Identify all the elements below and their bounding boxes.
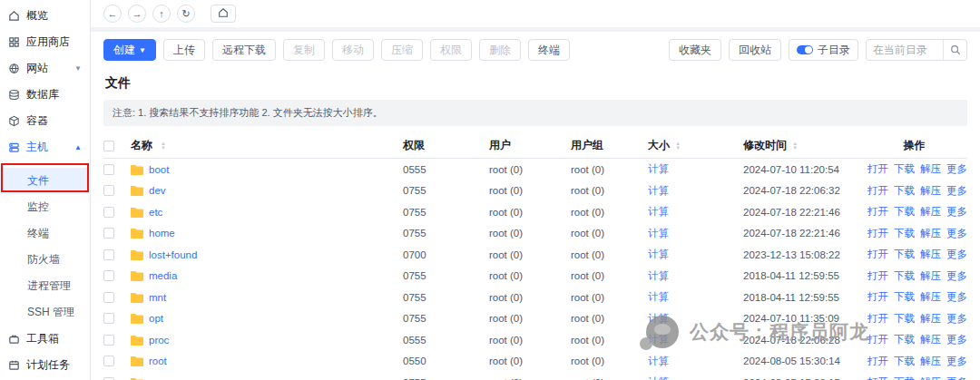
- file-name-link[interactable]: lost+found: [149, 249, 197, 260]
- calculate-size-link[interactable]: 计算: [648, 313, 669, 324]
- search-icon[interactable]: [943, 40, 966, 60]
- download-link[interactable]: 下载: [894, 227, 915, 240]
- more-link[interactable]: 更多: [946, 227, 967, 240]
- extract-link[interactable]: 解压: [920, 184, 941, 198]
- file-name-link[interactable]: home: [149, 228, 175, 239]
- file-name-link[interactable]: etc: [149, 207, 162, 218]
- extract-link[interactable]: 解压: [920, 312, 941, 326]
- sort-icon[interactable]: ▲▼: [675, 141, 681, 151]
- sidebar-item-appstore[interactable]: 应用商店: [0, 29, 90, 55]
- calculate-size-link[interactable]: 计算: [648, 376, 669, 380]
- download-link[interactable]: 下载: [894, 205, 915, 219]
- sidebar-item-host[interactable]: 主机 ▲: [0, 134, 90, 161]
- row-checkbox[interactable]: [103, 164, 114, 175]
- search-input[interactable]: [867, 44, 943, 56]
- sidebar-item-ssh[interactable]: SSH 管理: [0, 299, 90, 326]
- row-checkbox[interactable]: [103, 207, 114, 218]
- calculate-size-link[interactable]: 计算: [648, 334, 669, 345]
- open-link[interactable]: 打开: [867, 227, 888, 240]
- extract-link[interactable]: 解压: [920, 290, 941, 304]
- sidebar-item-monitor[interactable]: 监控: [0, 194, 90, 220]
- file-name-link[interactable]: boot: [149, 164, 169, 175]
- sort-icon[interactable]: ▲▼: [792, 141, 798, 151]
- sidebar-item-process[interactable]: 进程管理: [0, 273, 90, 299]
- calculate-size-link[interactable]: 计算: [648, 206, 669, 217]
- extract-link[interactable]: 解压: [920, 355, 941, 368]
- file-name-link[interactable]: mnt: [149, 292, 166, 303]
- calculate-size-link[interactable]: 计算: [648, 248, 669, 259]
- sidebar-item-website[interactable]: 网站 ▼: [0, 55, 90, 82]
- open-link[interactable]: 打开: [867, 269, 888, 283]
- calculate-size-link[interactable]: 计算: [648, 228, 669, 239]
- home-directory-button[interactable]: [211, 5, 236, 23]
- row-checkbox[interactable]: [103, 313, 114, 324]
- calculate-size-link[interactable]: 计算: [648, 291, 669, 302]
- calculate-size-link[interactable]: 计算: [648, 270, 669, 281]
- subdirectory-control[interactable]: 子目录: [789, 39, 858, 61]
- more-link[interactable]: 更多: [946, 290, 967, 304]
- download-link[interactable]: 下载: [894, 269, 915, 283]
- extract-link[interactable]: 解压: [920, 248, 941, 261]
- row-checkbox[interactable]: [103, 335, 114, 346]
- file-name-link[interactable]: media: [149, 270, 177, 281]
- extract-link[interactable]: 解压: [920, 205, 941, 219]
- download-link[interactable]: 下载: [894, 184, 915, 198]
- open-link[interactable]: 打开: [867, 205, 888, 219]
- back-button[interactable]: ←: [103, 5, 122, 23]
- extract-link[interactable]: 解压: [920, 375, 941, 380]
- calculate-size-link[interactable]: 计算: [648, 185, 669, 196]
- forward-button[interactable]: →: [128, 5, 146, 23]
- extract-link[interactable]: 解压: [920, 162, 941, 176]
- file-name-link[interactable]: proc: [149, 335, 169, 346]
- more-link[interactable]: 更多: [946, 205, 967, 219]
- favorites-button[interactable]: 收藏夹: [669, 39, 721, 61]
- recycle-bin-button[interactable]: 回收站: [729, 39, 781, 61]
- open-link[interactable]: 打开: [867, 312, 888, 326]
- more-link[interactable]: 更多: [946, 333, 967, 346]
- sidebar-item-container[interactable]: 容器: [0, 108, 90, 134]
- header-name[interactable]: 名称 ▲▼: [131, 138, 403, 153]
- open-link[interactable]: 打开: [867, 290, 888, 304]
- sidebar-item-toolbox[interactable]: 工具箱: [0, 326, 90, 352]
- download-link[interactable]: 下载: [894, 355, 915, 368]
- more-link[interactable]: 更多: [946, 355, 967, 368]
- refresh-button[interactable]: ↻: [177, 5, 195, 23]
- sidebar-item-files[interactable]: 文件: [0, 168, 90, 194]
- file-name-link[interactable]: dev: [149, 185, 166, 196]
- row-checkbox[interactable]: [103, 292, 114, 303]
- create-button[interactable]: 创建 ▼: [103, 39, 156, 61]
- move-button[interactable]: 移动: [332, 39, 374, 61]
- permission-button[interactable]: 权限: [430, 39, 472, 61]
- more-link[interactable]: 更多: [946, 312, 967, 326]
- copy-button[interactable]: 复制: [283, 39, 325, 61]
- open-link[interactable]: 打开: [867, 333, 888, 346]
- sidebar-item-terminal[interactable]: 终端: [0, 220, 90, 247]
- calculate-size-link[interactable]: 计算: [648, 163, 669, 174]
- header-modified[interactable]: 修改时间 ▲▼: [743, 138, 861, 153]
- sidebar-item-overview[interactable]: 概览: [0, 3, 90, 29]
- row-checkbox[interactable]: [103, 228, 114, 239]
- more-link[interactable]: 更多: [946, 269, 967, 283]
- file-name-link[interactable]: opt: [149, 313, 163, 324]
- open-link[interactable]: 打开: [867, 162, 888, 176]
- sidebar-item-database[interactable]: 数据库: [0, 82, 90, 108]
- subdirectory-toggle[interactable]: [797, 45, 813, 54]
- download-link[interactable]: 下载: [894, 333, 915, 346]
- more-link[interactable]: 更多: [946, 375, 967, 380]
- row-checkbox[interactable]: [103, 185, 114, 196]
- download-link[interactable]: 下载: [894, 375, 915, 380]
- select-all-checkbox[interactable]: [103, 141, 114, 151]
- calculate-size-link[interactable]: 计算: [648, 356, 669, 366]
- sidebar-item-cron[interactable]: 计划任务: [0, 352, 90, 378]
- more-link[interactable]: 更多: [946, 184, 967, 198]
- sort-icon[interactable]: ▲▼: [161, 141, 166, 151]
- row-checkbox[interactable]: [103, 249, 114, 260]
- terminal-button[interactable]: 终端: [528, 39, 570, 61]
- download-link[interactable]: 下载: [894, 248, 915, 261]
- open-link[interactable]: 打开: [867, 355, 888, 368]
- row-checkbox[interactable]: [103, 270, 114, 281]
- up-button[interactable]: ↑: [152, 5, 171, 23]
- delete-button[interactable]: 删除: [479, 39, 521, 61]
- download-link[interactable]: 下载: [894, 290, 915, 304]
- header-size[interactable]: 大小 ▲▼: [648, 138, 743, 153]
